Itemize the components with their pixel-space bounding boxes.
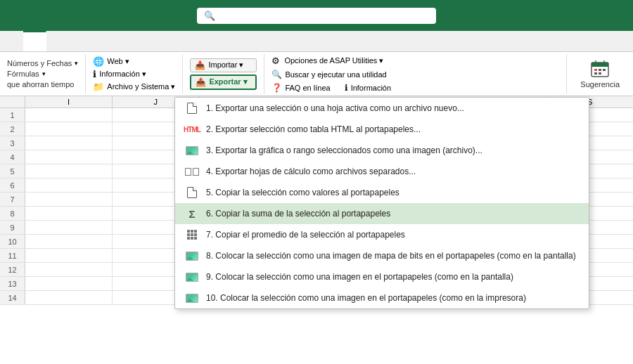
top-bar: 🔍 [0,0,633,31]
info2-icon: ℹ [345,83,348,93]
svg-rect-6 [603,69,606,71]
col-header-I: I [25,96,113,108]
doc2-icon [185,187,199,198]
search-icon: 🔍 [204,11,215,21]
grid-cell[interactable] [25,263,113,276]
grid-cell[interactable] [25,207,113,220]
list-item[interactable]: 9. Colocar la selección como una imagen … [175,266,589,287]
import-icon: 📥 [195,60,205,70]
ribbon-info-btn[interactable]: Información ▾ [99,70,146,79]
grid-cell[interactable] [25,277,113,290]
web-icon: 🌐 [93,56,104,67]
dropdown-item-text: 1. Exportar una selección o una hoja act… [206,103,464,113]
list-item[interactable]: 3. Exportar la gráfica o rango seleccion… [175,140,589,161]
dropdown-item-text: 9. Colocar la selección como una imagen … [206,272,513,282]
row-number: 12 [0,263,25,276]
search-run-icon: 🔍 [271,70,282,79]
informacion-btn[interactable]: ℹ Información [345,83,391,93]
grid-cell[interactable] [25,136,113,150]
buscar-utilidad-btn[interactable]: 🔍 Buscar y ejecutar una utilidad [271,70,386,79]
list-item[interactable]: 4. Exportar hojas de cálculo como archiv… [175,161,589,182]
ribbon: Números y Fechas ▾ Fórmulas ▾ que ahorra… [0,52,633,96]
info-icon: ℹ [93,69,96,79]
dropdown-item-text: 7. Copiar el promedio de la selección al… [206,230,405,240]
row-number: 10 [0,235,25,248]
calendar-icon [590,59,610,79]
sugerencia-label: Sugerencia [580,80,620,89]
row-num-header [0,96,25,108]
svg-rect-4 [594,69,597,71]
html-icon: HTML [185,124,199,135]
list-item[interactable]: 8. Colocar la selección como una imagen … [175,245,589,266]
svg-rect-5 [599,69,601,71]
files-icon [185,166,199,177]
image-icon [185,145,199,156]
ribbon-web-btn[interactable]: Web ▾ [107,57,129,66]
opciones-btn[interactable]: Opciones de ASAP Utilities ▾ [284,56,383,65]
faq-btn[interactable]: ❓ FAQ en línea [271,83,330,93]
list-item[interactable]: Σ6. Copiar la suma de la selección al po… [175,203,589,224]
row-number: 4 [0,150,25,164]
dropdown-item-text: 6. Copiar la suma de la selección al por… [206,209,390,219]
tab-asap-utilities[interactable] [23,31,46,51]
list-item[interactable]: 7. Copiar el promedio de la selección al… [175,224,589,245]
sigma-icon: Σ [185,208,199,219]
row-number: 8 [0,207,25,220]
row-number: 9 [0,221,25,234]
folder-icon: 📁 [93,82,104,92]
tab-ayuda[interactable] [0,31,23,51]
list-item[interactable]: 10. Colocar la selección como una imagen… [175,287,589,308]
row-number: 6 [0,178,25,192]
ribbon-label-formulas: Fórmulas [7,70,39,78]
row-number: 1 [0,108,25,122]
ribbon-label-ahorran: que ahorran tiempo [7,80,78,89]
export-icon: 📤 [196,77,206,87]
bitmap-icon [185,250,199,261]
grid-cell[interactable] [25,150,113,164]
row-number: 7 [0,193,25,206]
doc-icon [185,103,199,114]
list-item[interactable]: HTML2. Exportar selección como tabla HTM… [175,119,589,140]
chevron-formulas[interactable]: ▾ [42,70,46,77]
dropdown-item-text: 4. Exportar hojas de cálculo como archiv… [206,167,416,176]
row-number: 11 [0,249,25,262]
grid-cell[interactable] [25,193,113,206]
dropdown-menu: 1. Exportar una selección o una hoja act… [174,97,589,309]
tab-bar [0,31,633,52]
grid-cell[interactable] [25,291,113,304]
grid-cell[interactable] [25,178,113,192]
chevron-numeros[interactable]: ▾ [75,60,78,67]
search-box[interactable]: 🔍 [197,8,436,24]
importar-btn[interactable]: 📥 Importar ▾ [190,58,257,72]
image3-icon [185,292,199,304]
faq-icon: ❓ [271,83,282,93]
svg-rect-8 [599,72,601,74]
sugerencia-btn[interactable]: Sugerencia [571,54,629,93]
row-number: 2 [0,122,25,136]
grid-cell[interactable] [25,249,113,262]
list-item[interactable]: 1. Exportar una selección o una hoja act… [175,98,589,119]
grid-cell[interactable] [25,221,113,234]
grid-cell[interactable] [25,108,113,122]
image2-icon [185,271,199,282]
row-number: 14 [0,291,25,304]
grid-cell[interactable] [25,122,113,136]
row-number: 13 [0,277,25,290]
grid-cell[interactable] [25,235,113,248]
gear-icon: ⚙ [271,56,280,66]
ribbon-archivo-btn[interactable]: Archivo y Sistema ▾ [107,82,175,91]
row-number: 5 [0,164,25,178]
svg-rect-1 [592,63,608,67]
ribbon-label-numeros: Números y Fechas [7,59,72,67]
dropdown-item-text: 8. Colocar la selección como una imagen … [206,251,576,261]
list-item[interactable]: 5. Copiar la selección como valores al p… [175,182,589,203]
grid-icon [185,229,199,240]
dropdown-item-text: 2. Exportar selección como tabla HTML al… [206,124,421,134]
dropdown-item-text: 3. Exportar la gráfica o rango seleccion… [206,145,482,155]
dropdown-item-text: 10. Colocar la selección como una imagen… [206,293,526,303]
grid-cell[interactable] [25,164,113,178]
exportar-btn[interactable]: 📤 Exportar ▾ [190,74,257,90]
row-number: 3 [0,136,25,150]
svg-rect-7 [594,72,597,74]
dropdown-item-text: 5. Copiar la selección como valores al p… [206,188,399,197]
